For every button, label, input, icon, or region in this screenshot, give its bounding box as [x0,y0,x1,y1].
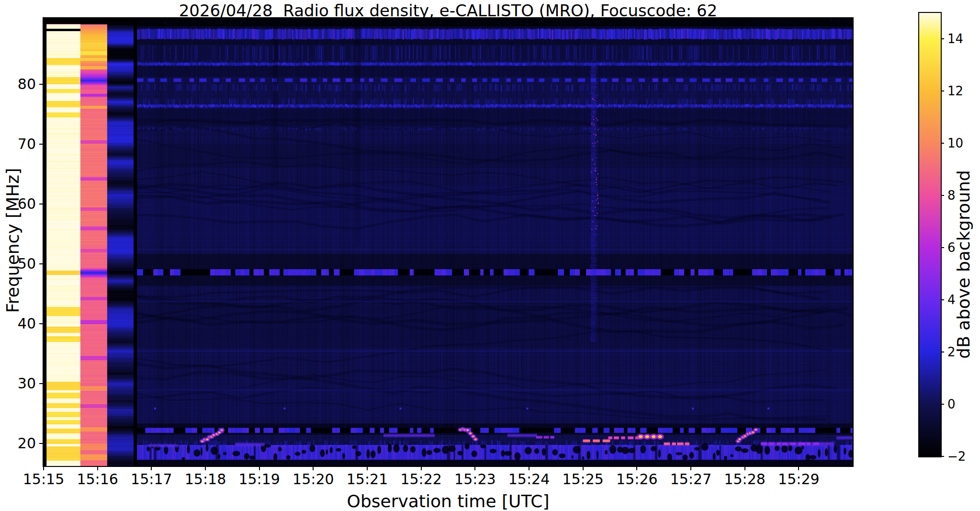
y-tick-label: 20 [12,436,36,451]
colorbar-tick-mark [941,143,944,144]
y-tick-mark [39,443,44,444]
colorbar-label: dB above background [954,170,973,359]
x-tick-mark [97,466,98,470]
y-tick-mark [39,204,44,204]
colorbar-tick-label: 10 [947,137,963,149]
x-tick-label: 15:23 [454,472,496,487]
y-tick-label: 70 [12,137,36,151]
colorbar-tick-label: 14 [947,33,963,45]
x-tick-mark [744,466,745,470]
x-tick-label: 15:21 [347,472,388,487]
x-tick-label: 15:15 [23,472,64,487]
x-tick-mark [421,466,422,470]
colorbar-tick-label: 0 [947,398,956,410]
x-tick-label: 15:19 [238,472,280,487]
spectrogram-figure: 2026/04/28 Radio flux density, e-CALLIST… [0,0,980,511]
colorbar-tick-label: 4 [947,294,956,306]
colorbar-tick-mark [941,247,944,248]
x-tick-label: 15:27 [670,472,711,487]
x-tick-label: 15:20 [293,472,334,487]
x-tick-mark [151,466,152,470]
y-tick-mark [39,263,44,264]
x-tick-label: 15:28 [724,472,765,487]
colorbar-tick-mark [941,38,944,39]
colorbar-tick-mark [941,299,944,300]
y-tick-mark [39,84,44,85]
spectrogram-canvas [44,18,853,466]
x-axis-label: Observation time [UTC] [44,491,853,511]
x-tick-label: 15:26 [616,472,657,487]
x-tick-mark [798,466,799,470]
colorbar-tick-mark [941,456,944,457]
colorbar-tick-label: 12 [947,85,963,97]
colorbar-tick-label: −2 [947,450,966,463]
y-tick-label: 50 [12,257,36,271]
x-tick-label: 15:17 [131,472,172,487]
x-tick-mark [367,466,368,470]
x-tick-label: 15:25 [562,472,603,487]
y-tick-label: 60 [12,197,36,211]
y-tick-label: 30 [12,376,36,391]
y-tick-label: 40 [12,317,36,331]
x-tick-mark [43,466,44,470]
colorbar-tick-mark [941,352,944,352]
plot-area [43,17,854,467]
x-tick-mark [313,466,314,470]
colorbar-tick-label: 6 [947,241,956,254]
x-tick-label: 15:29 [778,472,819,487]
y-tick-mark [39,383,44,384]
colorbar [918,12,942,457]
x-tick-mark [583,466,584,470]
y-tick-label: 80 [12,77,36,91]
x-tick-label: 15:24 [508,472,550,487]
x-tick-mark [690,466,691,470]
x-tick-label: 15:22 [400,472,441,487]
colorbar-tick-mark [941,195,944,196]
colorbar-tick-label: 2 [947,346,956,358]
x-tick-label: 15:16 [77,472,118,487]
x-tick-label: 15:18 [185,472,226,487]
y-axis-label: Frequency [MHz] [3,168,23,313]
x-tick-mark [205,466,206,470]
y-tick-mark [39,323,44,324]
x-tick-mark [259,466,260,470]
x-tick-mark [474,466,475,470]
colorbar-tick-label: 8 [947,189,956,202]
x-tick-mark [636,466,637,470]
colorbar-tick-mark [941,404,944,405]
y-tick-mark [39,144,44,145]
x-tick-mark [529,466,529,470]
colorbar-tick-mark [941,91,944,91]
